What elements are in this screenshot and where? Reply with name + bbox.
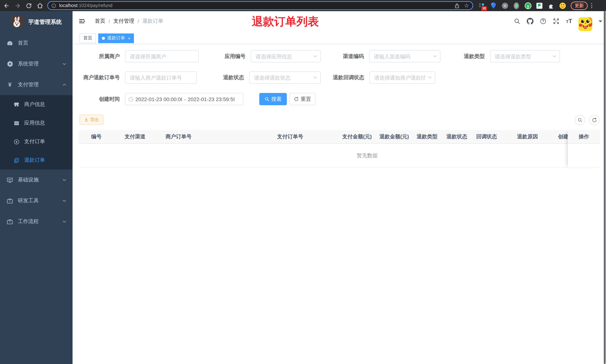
fixed-action-column: 操作: [568, 130, 600, 168]
yen-icon: ¥: [7, 82, 13, 88]
sidebar-toggle-icon[interactable]: [79, 18, 85, 24]
sidebar-item-label: 支付订单: [24, 138, 45, 145]
breadcrumb-home[interactable]: 首页: [95, 18, 105, 25]
sidebar-item-merchant-info[interactable]: 商户信息: [0, 95, 73, 114]
refund-doc-icon: [14, 157, 19, 163]
notify-status-select[interactable]: [369, 71, 435, 84]
refund-type-select[interactable]: [490, 50, 560, 63]
search-button-label: 搜索: [271, 96, 282, 103]
clock-icon: [128, 96, 133, 102]
url-text[interactable]: localhost:1024/pay/refund: [59, 3, 112, 8]
help-icon[interactable]: [540, 18, 547, 25]
merchant-input[interactable]: [125, 50, 199, 63]
sidebar-item-pay[interactable]: ¥ 支付管理: [0, 74, 73, 95]
download-icon: [84, 117, 89, 122]
tab-refund-order[interactable]: 退款订单 ×: [98, 33, 134, 43]
extension-oval-icon[interactable]: [513, 2, 520, 9]
sidebar: 芋道管理系统 首页 系统管理 ¥ 支付管理 商户信息: [0, 11, 73, 364]
avatar[interactable]: [579, 17, 592, 31]
extension-command-icon[interactable]: ⌘: [501, 2, 509, 9]
date-start[interactable]: 2022-01-23 00:00:00: [135, 96, 182, 102]
extensions-puzzle-icon[interactable]: [547, 2, 555, 9]
sidebar-item-app-info[interactable]: 应用信息: [0, 114, 73, 132]
extension-y-icon[interactable]: y: [524, 2, 532, 9]
chevron-down-icon: [62, 198, 66, 203]
chevron-down-icon: [62, 62, 66, 66]
sidebar-item-refund-order[interactable]: 退款订单: [0, 151, 73, 169]
extension-emoji-icon[interactable]: [559, 2, 566, 9]
filter-merchant-refund-no: 商户退款订单号: [80, 71, 197, 84]
browser-update-button[interactable]: 更新: [571, 1, 588, 10]
channel-select[interactable]: [369, 50, 440, 63]
date-range-picker[interactable]: 2022-01-23 00:00:00 - 2022-01-23 23:59:5…: [125, 93, 243, 105]
filter-label: 渠道编码: [318, 50, 369, 63]
close-icon[interactable]: ×: [128, 36, 130, 40]
navbar: 首页 / 支付管理 / 退款订单 退款订单列表 TT: [73, 11, 606, 31]
address-bar[interactable]: localhost:1024/pay/refund ☆: [47, 1, 473, 10]
page-title: 退款订单列表: [252, 14, 319, 29]
refund-status-select[interactable]: [249, 71, 321, 84]
merchant-refund-no-input[interactable]: [125, 71, 197, 84]
reload-icon[interactable]: [26, 2, 32, 9]
sidebar-item-home[interactable]: 首页: [0, 33, 73, 53]
filter-channel: 渠道编码: [318, 50, 440, 63]
sidebar-item-system[interactable]: 系统管理: [0, 53, 73, 74]
breadcrumb-current: 退款订单: [143, 18, 163, 25]
svg-text:y: y: [527, 3, 529, 8]
search-icon[interactable]: [514, 18, 521, 25]
caret-down-icon[interactable]: [599, 20, 602, 24]
show-search-button[interactable]: [575, 115, 585, 125]
column-header: 退款金额(元): [376, 133, 413, 140]
filter-label: 退款状态: [199, 71, 249, 84]
back-icon[interactable]: [3, 2, 10, 9]
search-icon: [264, 97, 269, 102]
bookmark-star-icon[interactable]: ☆: [464, 2, 469, 9]
tab-label: 首页: [83, 35, 92, 41]
extension-grid-icon[interactable]: 10: [478, 2, 486, 9]
navbar-actions: TT: [514, 11, 602, 31]
search-button[interactable]: 搜索: [259, 93, 287, 105]
font-size-icon[interactable]: TT: [566, 18, 572, 24]
column-header: 退款状态: [443, 133, 473, 140]
sidebar-item-pay-order[interactable]: 支付订单: [0, 132, 73, 151]
sidebar-item-label: 研发工具: [18, 197, 39, 204]
screen: localhost:1024/pay/refund ☆ 10 ⌘ y: [0, 0, 606, 364]
forward-icon[interactable]: [14, 2, 21, 9]
reset-button[interactable]: 重置: [290, 93, 316, 105]
sidebar-item-devtools[interactable]: 研发工具: [0, 190, 73, 211]
breadcrumb-pay[interactable]: 支付管理: [113, 18, 134, 25]
share-icon[interactable]: [454, 3, 460, 8]
chevron-up-icon: [62, 83, 66, 87]
logo-image: [12, 16, 24, 28]
extension-flag-icon[interactable]: [536, 2, 543, 9]
sidebar-item-label: 基础设施: [18, 177, 39, 183]
extension-balloon-icon[interactable]: [489, 2, 497, 9]
date-end[interactable]: 2022-01-23 23:59:59: [188, 96, 235, 102]
filter-label: 退款类型: [439, 50, 490, 63]
refresh-icon: [592, 117, 597, 123]
home-icon[interactable]: [37, 2, 43, 9]
filter-label: 所属商户: [80, 50, 125, 63]
refresh-icon: [294, 97, 299, 102]
tab-home[interactable]: 首页: [79, 33, 96, 43]
column-header: 商户订单号: [162, 133, 273, 140]
fullscreen-icon[interactable]: [553, 18, 560, 25]
sidebar-item-workflow[interactable]: 工作流程: [0, 211, 73, 232]
app-select[interactable]: [251, 50, 321, 63]
github-icon[interactable]: [527, 18, 534, 25]
browser-menu-icon[interactable]: [591, 3, 592, 8]
sidebar-item-label: 工作流程: [18, 218, 39, 225]
filter-notify-status: 退款回调状态: [317, 71, 435, 84]
column-header: 操作: [568, 130, 600, 144]
filter-create-time: 创建时间 2022-01-23 00:00:00 - 2022-01-23 23…: [80, 93, 243, 105]
date-separator: -: [184, 96, 186, 102]
page-scrollbar[interactable]: [604, 11, 606, 364]
sidebar-item-infra[interactable]: 基础设施: [0, 169, 73, 190]
export-button[interactable]: 导出: [79, 115, 104, 125]
sidebar-item-label: 首页: [18, 40, 28, 46]
chevron-down-icon: [62, 219, 66, 224]
monitor-chart-icon: [7, 177, 13, 183]
site-info-icon[interactable]: [51, 3, 56, 8]
refresh-table-button[interactable]: [589, 115, 600, 125]
app-logo[interactable]: 芋道管理系统: [0, 11, 73, 33]
